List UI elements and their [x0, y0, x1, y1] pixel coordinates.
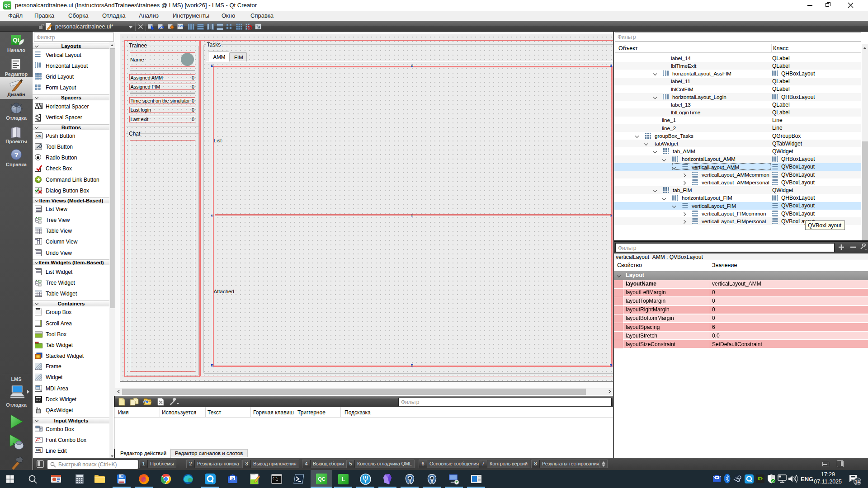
svg-text:C:\: C:\ — [273, 477, 278, 480]
svg-text:b: b — [231, 476, 234, 481]
